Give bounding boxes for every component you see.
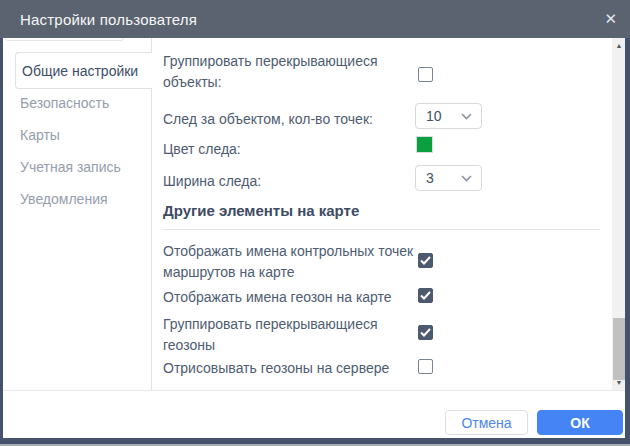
trail-points-value: 10 xyxy=(416,108,461,124)
dialog-footer: Отмена ОК xyxy=(3,390,625,438)
dialog-border xyxy=(0,38,3,446)
trail-points-label: След за объектом, кол-во точек: xyxy=(163,109,421,130)
show-geofence-names-checkbox[interactable] xyxy=(418,288,433,303)
chevron-down-icon xyxy=(461,175,481,182)
group-overlapping-objects-label: Группировать перекрывающиеся объекты: xyxy=(163,51,421,93)
trail-points-select[interactable]: 10 xyxy=(415,103,482,129)
scrollbar-thumb[interactable] xyxy=(613,318,625,380)
show-route-checkpoint-names-label: Отображать имена контрольных точек маршр… xyxy=(163,241,421,283)
cancel-button[interactable]: Отмена xyxy=(445,410,528,435)
show-route-checkpoint-names-checkbox[interactable] xyxy=(418,253,433,268)
user-settings-dialog: Настройки пользователя ✕ Общие настройки… xyxy=(0,0,630,446)
group-overlapping-objects-checkbox[interactable] xyxy=(418,67,433,82)
dialog-border xyxy=(625,38,630,446)
sidebar-divider xyxy=(151,38,152,390)
sidebar-item-maps[interactable]: Карты xyxy=(20,127,60,143)
scroll-down-icon[interactable]: ▼ xyxy=(612,377,626,389)
trail-width-select[interactable]: 3 xyxy=(415,165,482,191)
vertical-scrollbar[interactable]: ▲ ▼ xyxy=(612,38,626,390)
chevron-down-icon xyxy=(461,113,481,120)
trail-color-swatch[interactable] xyxy=(416,136,433,153)
sidebar-item-security[interactable]: Безопасность xyxy=(20,95,109,111)
sidebar-item-account[interactable]: Учетная запись xyxy=(20,159,121,175)
show-geofence-names-label: Отображать имена геозон на карте xyxy=(163,287,421,308)
render-geofences-on-server-checkbox[interactable] xyxy=(418,359,433,374)
group-overlapping-geofences-checkbox[interactable] xyxy=(418,325,433,340)
group-overlapping-geofences-label: Группировать перекрывающиеся геозоны xyxy=(163,314,421,356)
close-icon[interactable]: ✕ xyxy=(604,0,617,38)
ok-button[interactable]: ОК xyxy=(537,410,623,435)
trail-color-label: Цвет следа: xyxy=(163,139,421,160)
other-map-elements-section-header: Другие элементы на карте xyxy=(163,202,359,219)
sidebar-item-general-settings[interactable]: Общие настройки xyxy=(15,52,152,89)
render-geofences-on-server-label: Отрисовывать геозоны на сервере xyxy=(163,358,421,379)
dialog-titlebar: Настройки пользователя ✕ xyxy=(0,0,630,38)
dialog-title: Настройки пользователя xyxy=(0,11,197,28)
trail-width-value: 3 xyxy=(416,170,461,186)
trail-width-label: Ширина следа: xyxy=(163,171,421,192)
section-divider xyxy=(163,229,600,230)
scroll-up-icon[interactable]: ▲ xyxy=(612,40,626,52)
sidebar-item-notifications[interactable]: Уведомления xyxy=(20,191,108,207)
